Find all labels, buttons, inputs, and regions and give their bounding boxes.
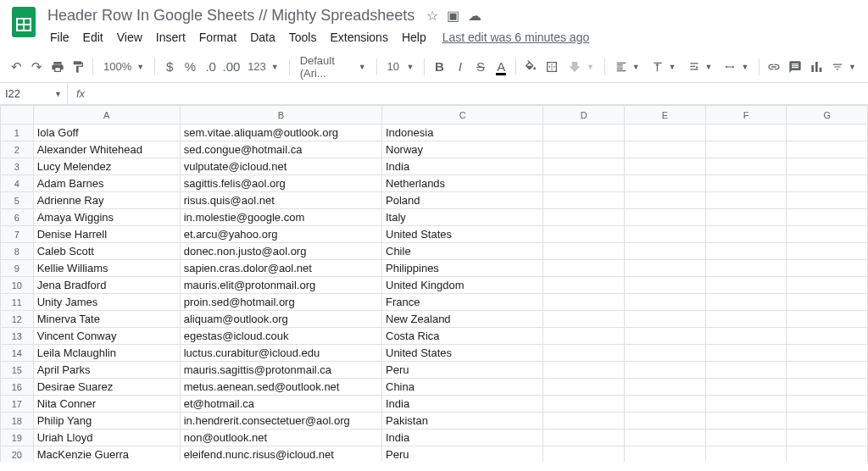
row-header[interactable]: 19 bbox=[1, 429, 34, 446]
cell[interactable]: United States bbox=[382, 345, 543, 362]
cell[interactable] bbox=[625, 125, 706, 141]
cell[interactable]: Peru bbox=[382, 446, 543, 463]
cell[interactable] bbox=[705, 141, 787, 158]
cell[interactable] bbox=[787, 158, 868, 175]
print-button[interactable] bbox=[48, 56, 67, 78]
cell[interactable]: China bbox=[382, 379, 543, 396]
cell[interactable] bbox=[543, 328, 625, 345]
row-header[interactable]: 11 bbox=[1, 294, 34, 311]
cell[interactable] bbox=[705, 226, 787, 243]
horizontal-align-button[interactable]: ▼ bbox=[610, 57, 645, 77]
increase-decimal-button[interactable]: .00 bbox=[222, 56, 241, 78]
zoom-select[interactable]: 100%▼ bbox=[98, 57, 149, 77]
cell[interactable]: Iola Goff bbox=[33, 125, 180, 141]
cell[interactable] bbox=[705, 175, 787, 192]
cell[interactable] bbox=[787, 243, 868, 260]
cell[interactable] bbox=[787, 192, 868, 209]
move-icon[interactable]: ▣ bbox=[447, 8, 459, 24]
menu-file[interactable]: File bbox=[44, 29, 75, 46]
col-header-D[interactable]: D bbox=[543, 106, 625, 125]
cell[interactable] bbox=[625, 226, 706, 243]
row-header[interactable]: 8 bbox=[1, 243, 34, 260]
cell[interactable]: eleifend.nunc.risus@icloud.net bbox=[180, 446, 381, 463]
row-header[interactable]: 5 bbox=[1, 192, 34, 209]
cell[interactable] bbox=[625, 396, 706, 413]
last-edit-link[interactable]: Last edit was 6 minutes ago bbox=[442, 30, 590, 44]
cell[interactable]: Amaya Wiggins bbox=[33, 209, 180, 226]
menu-view[interactable]: View bbox=[111, 29, 148, 46]
cell[interactable] bbox=[543, 260, 625, 277]
cell[interactable]: India bbox=[382, 429, 543, 446]
redo-button[interactable]: ↷ bbox=[27, 56, 46, 78]
cell[interactable] bbox=[625, 209, 706, 226]
cell[interactable] bbox=[705, 192, 787, 209]
cell[interactable]: Jena Bradford bbox=[33, 277, 180, 294]
cell[interactable]: Uriah Lloyd bbox=[33, 429, 180, 446]
cell[interactable] bbox=[787, 277, 868, 294]
cell[interactable] bbox=[787, 328, 868, 345]
bold-button[interactable]: B bbox=[430, 56, 448, 78]
menu-tools[interactable]: Tools bbox=[283, 29, 323, 46]
cell[interactable] bbox=[705, 294, 787, 311]
cell[interactable] bbox=[787, 379, 868, 396]
cell[interactable]: sapien.cras.dolor@aol.net bbox=[180, 260, 381, 277]
fill-color-button[interactable] bbox=[521, 56, 540, 78]
font-size-select[interactable]: 10▼ bbox=[381, 57, 419, 77]
col-header-B[interactable]: B bbox=[180, 106, 381, 125]
cell[interactable]: Adrienne Ray bbox=[33, 192, 180, 209]
cell[interactable] bbox=[705, 396, 787, 413]
cell[interactable] bbox=[787, 345, 868, 362]
font-select[interactable]: Default (Ari...▼ bbox=[295, 57, 371, 77]
cell[interactable]: Desirae Suarez bbox=[33, 379, 180, 396]
cell[interactable] bbox=[625, 141, 706, 158]
menu-help[interactable]: Help bbox=[396, 29, 432, 46]
cloud-icon[interactable]: ☁ bbox=[468, 8, 481, 24]
currency-button[interactable]: $ bbox=[160, 56, 179, 78]
row-header[interactable]: 15 bbox=[1, 362, 34, 379]
cell[interactable] bbox=[705, 413, 787, 429]
row-header[interactable]: 18 bbox=[1, 413, 34, 429]
cell[interactable] bbox=[543, 125, 625, 141]
row-header[interactable]: 20 bbox=[1, 446, 34, 463]
cell[interactable]: Philip Yang bbox=[33, 413, 180, 429]
menu-edit[interactable]: Edit bbox=[77, 29, 109, 46]
cell[interactable]: India bbox=[382, 158, 543, 175]
filter-button[interactable]: ▼ bbox=[826, 57, 861, 77]
cell[interactable] bbox=[543, 141, 625, 158]
row-header[interactable]: 4 bbox=[1, 175, 34, 192]
cell[interactable]: vulputate@icloud.net bbox=[180, 158, 381, 175]
vertical-align-button[interactable]: ▼ bbox=[647, 57, 682, 77]
cell[interactable] bbox=[543, 396, 625, 413]
insert-link-button[interactable] bbox=[765, 56, 783, 78]
paint-format-button[interactable] bbox=[69, 56, 87, 78]
insert-comment-button[interactable] bbox=[786, 56, 804, 78]
cell[interactable]: Indonesia bbox=[382, 125, 543, 141]
cell[interactable] bbox=[705, 209, 787, 226]
cell[interactable]: et@hotmail.ca bbox=[180, 396, 381, 413]
cell[interactable] bbox=[543, 429, 625, 446]
cell[interactable] bbox=[543, 379, 625, 396]
cell[interactable] bbox=[543, 226, 625, 243]
cell[interactable] bbox=[543, 413, 625, 429]
col-header-G[interactable]: G bbox=[787, 106, 868, 125]
col-header-A[interactable]: A bbox=[33, 106, 180, 125]
row-header[interactable]: 14 bbox=[1, 345, 34, 362]
row-header[interactable]: 9 bbox=[1, 260, 34, 277]
italic-button[interactable]: I bbox=[451, 56, 470, 78]
cell[interactable] bbox=[787, 260, 868, 277]
cell[interactable] bbox=[787, 226, 868, 243]
cell[interactable] bbox=[543, 175, 625, 192]
cell[interactable]: India bbox=[382, 396, 543, 413]
cell[interactable]: aliquam@outlook.org bbox=[180, 311, 381, 328]
cell[interactable] bbox=[543, 243, 625, 260]
doc-title[interactable]: Header Row In Google Sheets // Mighty Sp… bbox=[44, 5, 418, 26]
row-header[interactable]: 13 bbox=[1, 328, 34, 345]
cell[interactable] bbox=[787, 141, 868, 158]
cell[interactable]: United Kingdom bbox=[382, 277, 543, 294]
cell[interactable] bbox=[625, 192, 706, 209]
cell[interactable] bbox=[705, 158, 787, 175]
cell[interactable] bbox=[625, 277, 706, 294]
cell[interactable] bbox=[543, 311, 625, 328]
cell[interactable]: Peru bbox=[382, 362, 543, 379]
star-icon[interactable]: ☆ bbox=[426, 8, 438, 24]
